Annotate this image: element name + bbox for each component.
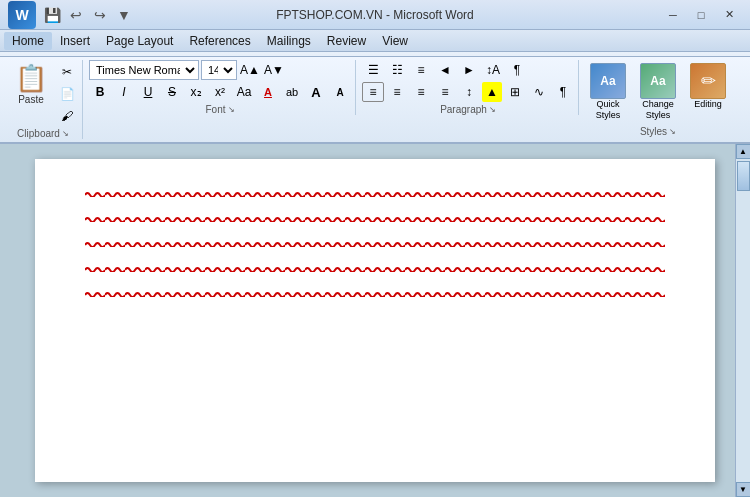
title-bar: W 💾 ↩ ↪ ▼ FPTSHOP.COM.VN - Microsoft Wor…: [0, 0, 750, 30]
increase-indent-button[interactable]: ►: [458, 60, 480, 80]
customize-button[interactable]: ▼: [114, 5, 134, 25]
paragraph-group-content: ☰ ☷ ≡ ◄ ► ↕A ¶ ≡ ≡ ≡ ≡ ↕ ▲: [362, 60, 574, 102]
editing-icon: ✏: [690, 63, 726, 99]
menu-references[interactable]: References: [181, 32, 258, 50]
ribbon: 📋 Paste ✂ 📄 🖌 Clipboard ↘: [0, 52, 750, 144]
squiggle-3: [85, 239, 665, 254]
vertical-scrollbar[interactable]: ▲ ▼: [735, 144, 750, 497]
squiggle-5: [85, 289, 665, 304]
shading-button[interactable]: ▲: [482, 82, 502, 102]
title-bar-left: W 💾 ↩ ↪ ▼: [8, 1, 134, 29]
text-size-large[interactable]: A: [305, 82, 327, 102]
document-area: ▲ ▼: [0, 144, 750, 497]
clear-format-button[interactable]: Aa: [233, 82, 255, 102]
scroll-down-button[interactable]: ▼: [736, 482, 751, 497]
underline-button[interactable]: U: [137, 82, 159, 102]
scroll-track[interactable]: [736, 159, 750, 482]
menu-home[interactable]: Home: [4, 32, 52, 50]
font-label: Font ↘: [205, 104, 234, 115]
align-left-button[interactable]: ≡: [362, 82, 384, 102]
menu-review[interactable]: Review: [319, 32, 374, 50]
text-size-small[interactable]: A: [329, 82, 351, 102]
editing-label: Editing: [694, 99, 722, 110]
change-styles-label: ChangeStyles: [642, 99, 674, 121]
styles-label: Styles ↘: [640, 126, 676, 137]
paragraph-expand-icon[interactable]: ↘: [489, 105, 496, 114]
line-spacing-button[interactable]: ↕: [458, 82, 480, 102]
menu-mailings[interactable]: Mailings: [259, 32, 319, 50]
numbering-button[interactable]: ☷: [386, 60, 408, 80]
font-group: Times New Roman 14 A▲ A▼ B I U S x₂: [85, 60, 356, 115]
copy-button[interactable]: 📄: [56, 84, 78, 104]
font-controls: Times New Roman 14 A▲ A▼ B I U S x₂: [89, 60, 351, 102]
show-hide-button[interactable]: ¶: [506, 60, 528, 80]
menu-bar: Home Insert Page Layout References Maili…: [0, 30, 750, 52]
font-color-button[interactable]: A: [257, 82, 279, 102]
font-name-select[interactable]: Times New Roman: [89, 60, 199, 80]
font-size-select[interactable]: 14: [201, 60, 237, 80]
font-expand-icon[interactable]: ↘: [228, 105, 235, 114]
bold-button[interactable]: B: [89, 82, 111, 102]
shrink-font-button[interactable]: A▼: [263, 60, 285, 80]
quick-styles-label: QuickStyles: [596, 99, 621, 121]
change-styles-icon: Aa: [640, 63, 676, 99]
borders-button[interactable]: ⊞: [504, 82, 526, 102]
styles-expand-icon[interactable]: ↘: [669, 127, 676, 136]
paragraph-top-row: ☰ ☷ ≡ ◄ ► ↕A ¶: [362, 60, 574, 80]
menu-page-layout[interactable]: Page Layout: [98, 32, 181, 50]
paragraph-bottom-row: ≡ ≡ ≡ ≡ ↕ ▲ ⊞ ∿ ¶: [362, 82, 574, 102]
strikethrough-button[interactable]: S: [161, 82, 183, 102]
align-center-button[interactable]: ≡: [386, 82, 408, 102]
change-styles-button[interactable]: Aa ChangeStyles: [635, 60, 681, 124]
quick-styles-button[interactable]: Aa QuickStyles: [585, 60, 631, 124]
clipboard-group-content: 📋 Paste ✂ 📄 🖌: [8, 60, 78, 126]
quick-styles-icon: Aa: [590, 63, 626, 99]
styles-group: Aa QuickStyles Aa ChangeStyles ✏ Editing…: [581, 60, 735, 137]
italic-button[interactable]: I: [113, 82, 135, 102]
squiggle-2: [85, 214, 665, 229]
decrease-indent-button[interactable]: ◄: [434, 60, 456, 80]
grow-font-button[interactable]: A▲: [239, 60, 261, 80]
font-group-content: Times New Roman 14 A▲ A▼ B I U S x₂: [89, 60, 351, 102]
save-button[interactable]: 💾: [42, 5, 62, 25]
multilevel-button[interactable]: ≡: [410, 60, 432, 80]
menu-insert[interactable]: Insert: [52, 32, 98, 50]
menu-view[interactable]: View: [374, 32, 416, 50]
scroll-thumb[interactable]: [737, 161, 750, 191]
quick-access-toolbar: 💾 ↩ ↪ ▼: [42, 5, 134, 25]
paste-icon: 📋: [15, 63, 47, 94]
minimize-button[interactable]: ─: [660, 5, 686, 25]
squiggle-4: [85, 264, 665, 279]
word-logo: W: [8, 1, 36, 29]
window-title: FPTSHOP.COM.VN - Microsoft Word: [276, 8, 474, 22]
subscript-button[interactable]: x₂: [185, 82, 207, 102]
document-page[interactable]: [35, 159, 715, 482]
paragraph-rtl-button[interactable]: ¶: [552, 82, 574, 102]
font-bottom-row: B I U S x₂ x² Aa A ab A A: [89, 82, 351, 102]
clipboard-group: 📋 Paste ✂ 📄 🖌 Clipboard ↘: [4, 60, 83, 139]
window-controls: ─ □ ✕: [660, 5, 742, 25]
sort-button[interactable]: ↕A: [482, 60, 504, 80]
format-painter-button[interactable]: 🖌: [56, 106, 78, 126]
justify-button[interactable]: ≡: [434, 82, 456, 102]
maximize-button[interactable]: □: [688, 5, 714, 25]
superscript-button[interactable]: x²: [209, 82, 231, 102]
paragraph-color-button[interactable]: ∿: [528, 82, 550, 102]
undo-button[interactable]: ↩: [66, 5, 86, 25]
editing-button[interactable]: ✏ Editing: [685, 60, 731, 113]
font-top-row: Times New Roman 14 A▲ A▼: [89, 60, 351, 80]
scroll-up-button[interactable]: ▲: [736, 144, 751, 159]
squiggle-1: [85, 189, 665, 204]
clipboard-expand-icon[interactable]: ↘: [62, 129, 69, 138]
paragraph-controls: ☰ ☷ ≡ ◄ ► ↕A ¶ ≡ ≡ ≡ ≡ ↕ ▲: [362, 60, 574, 102]
styles-group-content: Aa QuickStyles Aa ChangeStyles ✏ Editing: [585, 60, 731, 124]
paste-button[interactable]: 📋 Paste: [8, 60, 54, 110]
ribbon-content: 📋 Paste ✂ 📄 🖌 Clipboard ↘: [0, 56, 750, 142]
clipboard-label: Clipboard ↘: [17, 128, 69, 139]
cut-button[interactable]: ✂: [56, 62, 78, 82]
redo-button[interactable]: ↪: [90, 5, 110, 25]
bullets-button[interactable]: ☰: [362, 60, 384, 80]
close-button[interactable]: ✕: [716, 5, 742, 25]
align-right-button[interactable]: ≡: [410, 82, 432, 102]
highlight-button[interactable]: ab: [281, 82, 303, 102]
